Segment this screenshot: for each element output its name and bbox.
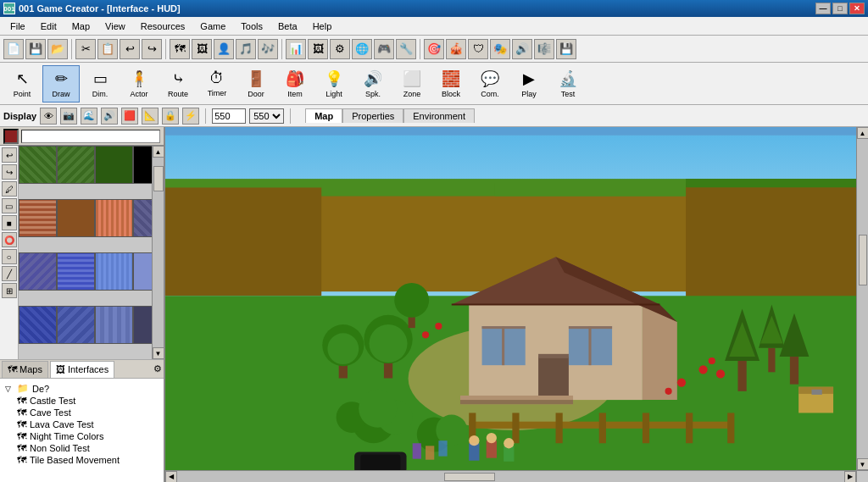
tb-t12[interactable]: 🎼 xyxy=(534,39,554,59)
tool-zone[interactable]: ⬜ Zone xyxy=(393,65,431,102)
tool-timer[interactable]: ⏱ Timer xyxy=(198,65,236,102)
tb-audio2[interactable]: 🎶 xyxy=(258,39,278,59)
tb-t3[interactable]: ⚙ xyxy=(330,39,350,59)
tile-scrollbar[interactable]: ▲ ▼ xyxy=(152,146,164,359)
tile-13[interactable] xyxy=(57,306,95,344)
color-input-area[interactable] xyxy=(21,130,160,143)
panel-config[interactable]: ⚙ xyxy=(153,363,162,374)
tile-10[interactable] xyxy=(95,252,133,291)
display-bolt[interactable]: ⚡ xyxy=(182,108,199,125)
tb-t13[interactable]: 💾 xyxy=(556,39,576,59)
tile-15[interactable] xyxy=(133,306,152,344)
minimize-button[interactable]: — xyxy=(815,3,831,14)
tool-door[interactable]: 🚪 Door xyxy=(237,65,275,102)
canvas-area[interactable]: ◀ ▶ ▲ ▼ xyxy=(165,127,868,482)
tb-t2[interactable]: 🖼 xyxy=(308,39,328,59)
selected-color[interactable] xyxy=(3,129,19,144)
tile-5[interactable] xyxy=(57,199,95,237)
tree-root-item[interactable]: ▽ 📁 De? xyxy=(3,382,160,395)
display-water[interactable]: 🌊 xyxy=(81,108,97,125)
tb-open[interactable]: 📂 xyxy=(47,39,68,59)
lt-undo[interactable]: ↩ xyxy=(2,147,17,163)
tile-3[interactable] xyxy=(133,146,152,184)
scroll-down[interactable]: ▼ xyxy=(153,347,164,359)
display-grid[interactable]: 📐 xyxy=(142,108,159,125)
tree-item-0[interactable]: 🗺 Castle Test xyxy=(15,395,160,407)
lt-rect[interactable]: ▭ xyxy=(2,198,17,213)
tool-play[interactable]: ▶ Play xyxy=(510,65,548,102)
menu-resources[interactable]: Resources xyxy=(134,19,192,33)
tool-light[interactable]: 💡 Light xyxy=(315,65,353,102)
vscroll-down[interactable]: ▼ xyxy=(857,458,869,470)
tree-item-1[interactable]: 🗺 Cave Test xyxy=(15,407,160,418)
menu-file[interactable]: File xyxy=(3,19,32,33)
tile-14[interactable] xyxy=(95,306,133,344)
titlebar-controls[interactable]: — □ ✕ xyxy=(815,3,865,14)
scroll-up[interactable]: ▲ xyxy=(153,146,164,158)
hscroll-thumb[interactable] xyxy=(444,473,495,481)
tab-interfaces[interactable]: 🖼 Interfaces xyxy=(50,361,114,378)
tree-item-4[interactable]: 🗺 Non Solid Test xyxy=(15,442,160,454)
lt-pencil[interactable]: 🖊 xyxy=(2,181,17,197)
scroll-thumb[interactable] xyxy=(153,166,164,191)
tb-save[interactable]: 💾 xyxy=(25,39,46,59)
scroll-track[interactable] xyxy=(153,158,164,347)
tile-4[interactable] xyxy=(19,199,57,237)
tb-t11[interactable]: 🔊 xyxy=(512,39,532,59)
tool-actor[interactable]: 🧍 Actor xyxy=(120,65,158,102)
tab-environment[interactable]: Environment xyxy=(403,108,475,123)
tb-new[interactable]: 📄 xyxy=(3,39,24,59)
tool-item[interactable]: 🎒 Item xyxy=(276,65,314,102)
tile-1[interactable] xyxy=(57,146,95,184)
vertical-scrollbar[interactable]: ▲ ▼ xyxy=(856,127,868,470)
tree-item-5[interactable]: 🗺 Tile Based Movement xyxy=(15,454,160,466)
tile-2[interactable] xyxy=(95,146,133,184)
tile-7[interactable] xyxy=(133,199,152,237)
tb-undo[interactable]: ↩ xyxy=(120,39,140,59)
tool-block[interactable]: 🧱 Block xyxy=(432,65,470,102)
tab-map[interactable]: Map xyxy=(305,108,342,123)
tb-t10[interactable]: 🎭 xyxy=(490,39,510,59)
tb-t4[interactable]: 🌐 xyxy=(352,39,372,59)
lt-sel[interactable]: ⊞ xyxy=(2,283,17,298)
display-sound[interactable]: 🔊 xyxy=(101,108,118,125)
menu-map[interactable]: Map xyxy=(65,19,97,33)
menu-beta[interactable]: Beta xyxy=(271,19,304,33)
hscroll-track[interactable] xyxy=(177,471,844,483)
zoom-input[interactable] xyxy=(212,108,246,124)
tree-item-2[interactable]: 🗺 Lava Cave Test xyxy=(15,418,160,430)
tool-dim[interactable]: ▭ Dim. xyxy=(81,65,119,102)
tb-cut[interactable]: ✂ xyxy=(75,39,96,59)
maximize-button[interactable]: □ xyxy=(832,3,848,14)
tile-0[interactable] xyxy=(19,146,57,184)
tb-t6[interactable]: 🔧 xyxy=(396,39,416,59)
tb-audio1[interactable]: 🎵 xyxy=(236,39,256,59)
tile-9[interactable] xyxy=(57,252,95,291)
vscroll-track[interactable] xyxy=(857,139,869,458)
lt-line[interactable]: ╱ xyxy=(2,266,17,281)
menu-game[interactable]: Game xyxy=(193,19,232,33)
display-lock[interactable]: 🔒 xyxy=(162,108,179,125)
lt-redo[interactable]: ↪ xyxy=(2,164,17,180)
close-button[interactable]: ✕ xyxy=(849,3,865,14)
tab-maps[interactable]: 🗺 Maps xyxy=(2,361,48,378)
tb-image[interactable]: 🖼 xyxy=(192,39,212,59)
menu-edit[interactable]: Edit xyxy=(34,19,64,33)
tool-test[interactable]: 🔬 Test xyxy=(549,65,587,102)
tb-t1[interactable]: 📊 xyxy=(286,39,306,59)
tile-11[interactable] xyxy=(133,252,152,291)
tb-t5[interactable]: 🎮 xyxy=(374,39,394,59)
tree-item-3[interactable]: 🗺 Night Time Colors xyxy=(15,430,160,442)
tb-t9[interactable]: 🛡 xyxy=(468,39,488,59)
hscroll-left[interactable]: ◀ xyxy=(165,471,177,483)
tool-com[interactable]: 💬 Com. xyxy=(471,65,509,102)
tab-properties[interactable]: Properties xyxy=(342,108,403,123)
display-col1[interactable]: 🟥 xyxy=(121,108,138,125)
tb-t7[interactable]: 🎯 xyxy=(424,39,444,59)
menu-tools[interactable]: Tools xyxy=(234,19,270,33)
tool-point[interactable]: ↖ Point xyxy=(3,65,41,102)
menu-view[interactable]: View xyxy=(98,19,132,33)
tile-8[interactable] xyxy=(19,252,57,291)
display-eye[interactable]: 👁 xyxy=(40,108,57,125)
tile-6[interactable] xyxy=(95,199,133,237)
